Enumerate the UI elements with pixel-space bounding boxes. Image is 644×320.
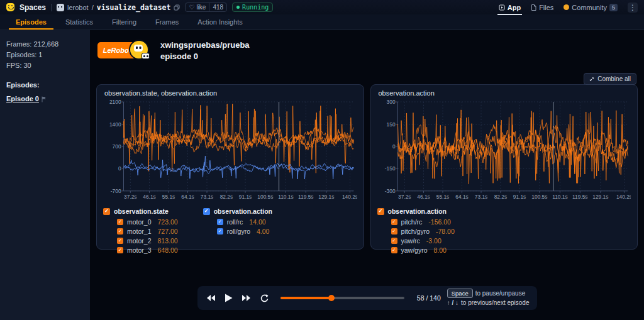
pause-hint: to pause/unpause [475, 289, 526, 298]
play-button[interactable] [223, 292, 234, 304]
chart-legend: ✓ observation.state ✓ motor_0 723.00 [103, 207, 357, 255]
svg-text:700: 700 [113, 143, 121, 150]
like-widget[interactable]: ♡like 418 [185, 3, 227, 12]
time-series-plot[interactable]: 210014007000-70037.2s46.1s55.1s64.1s73.1… [103, 98, 357, 205]
running-status-badge[interactable]: Running [232, 3, 273, 12]
svg-text:0: 0 [118, 165, 121, 172]
group-checkbox[interactable]: ✓ [103, 208, 110, 215]
lerobot-logo: LeRobot [97, 39, 155, 63]
series-checkbox[interactable]: ✓ [217, 228, 223, 234]
svg-text:-300: -300 [384, 188, 395, 194]
fast-forward-button[interactable] [240, 293, 252, 303]
nav-app[interactable]: App [499, 1, 521, 14]
slider-thumb[interactable] [328, 295, 335, 301]
svg-text:46.1s: 46.1s [417, 194, 430, 200]
legend-group-observation-action: ✓ observation.action ✓ roll/rc 14.00 [203, 207, 272, 255]
series-value: 727.00 [158, 228, 178, 235]
episodes-heading: Episodes: [6, 80, 84, 91]
nav-community[interactable]: Community 5 [564, 1, 618, 14]
copy-icon[interactable] [174, 4, 180, 11]
huggingface-logo-icon [6, 3, 14, 11]
top-header: Spaces lerobot/visualize_dataset ♡like 4… [0, 0, 644, 14]
charts-row: observation.state, observation.action 21… [96, 84, 638, 250]
series-checkbox[interactable]: ✓ [117, 228, 123, 234]
legend-item: ✓ pitch/rc -156.00 [391, 217, 455, 226]
space-key-badge: Space [447, 289, 473, 298]
series-checkbox[interactable]: ✓ [391, 247, 397, 253]
org-link[interactable]: lerobot [67, 4, 89, 11]
svg-text:37.2s: 37.2s [398, 194, 411, 200]
header-divider [51, 4, 52, 11]
fps-stat: FPS: 30 [6, 60, 84, 71]
legend-group-observation-action: ✓ observation.action ✓ pitch/rc -156.00 [377, 207, 455, 255]
series-checkbox[interactable]: ✓ [391, 219, 397, 225]
legend-item: ✓ roll/rc 14.00 [217, 217, 272, 226]
svg-text:82.2s: 82.2s [494, 194, 506, 200]
legend-item: ✓ roll/gyro 4.00 [217, 226, 272, 236]
legend-item: ✓ yaw/gyro 8.00 [391, 245, 455, 255]
svg-text:119.5s: 119.5s [572, 194, 587, 200]
svg-text:150: 150 [386, 121, 395, 127]
svg-text:300: 300 [386, 99, 395, 105]
player-bar: 58 / 140 Space to pause/unpause ↑ / ↓ to… [197, 286, 537, 310]
svg-text:-700: -700 [111, 188, 121, 194]
series-checkbox[interactable]: ✓ [117, 238, 123, 244]
svg-text:55.1s: 55.1s [162, 194, 175, 200]
series-value: 648.00 [158, 246, 178, 254]
loop-button[interactable] [258, 292, 270, 304]
repo-breadcrumb: lerobot/visualize_dataset [57, 3, 180, 12]
sidebar-item-episode-0[interactable]: Episode 0 [6, 94, 84, 104]
like-label: like [196, 3, 206, 11]
files-icon [531, 4, 536, 11]
episode-nav-hint: to previous/next episode [461, 298, 529, 307]
lerobot-robot-face-small-icon [142, 53, 150, 59]
group-checkbox[interactable]: ✓ [377, 208, 384, 215]
svg-text:91.1s: 91.1s [239, 194, 252, 200]
series-value: 14.00 [249, 218, 265, 226]
progress-slider[interactable] [280, 295, 404, 301]
slider-fill [280, 297, 332, 299]
legend-item: ✓ pitch/gyro -78.00 [391, 226, 455, 236]
repo-link[interactable]: visualize_dataset [97, 3, 171, 12]
svg-text:37.2s: 37.2s [124, 194, 136, 200]
tab-action-insights[interactable]: Action Insights [188, 14, 252, 30]
like-count[interactable]: 418 [209, 3, 226, 11]
tab-bar: Episodes Statistics Filtering Frames Act… [0, 14, 644, 30]
legend-item: ✓ motor_1 727.00 [117, 226, 178, 236]
play-icon [225, 294, 233, 302]
running-dot-icon [236, 6, 240, 9]
series-value: -78.00 [436, 228, 455, 235]
tab-statistics[interactable]: Statistics [56, 14, 103, 30]
path-separator: / [92, 4, 94, 11]
frames-stat: Frames: 212,668 [6, 39, 84, 50]
tab-episodes[interactable]: Episodes [6, 14, 56, 30]
group-checkbox[interactable]: ✓ [203, 208, 210, 215]
tab-frames[interactable]: Frames [146, 14, 188, 30]
series-checkbox[interactable]: ✓ [217, 219, 223, 225]
series-value: 8.00 [434, 246, 447, 254]
series-checkbox[interactable]: ✓ [117, 219, 123, 225]
svg-text:55.1s: 55.1s [436, 194, 448, 200]
series-checkbox[interactable]: ✓ [391, 238, 397, 244]
nav-files[interactable]: Files [531, 1, 553, 14]
series-checkbox[interactable]: ✓ [117, 247, 123, 253]
spaces-brand-link[interactable]: Spaces [19, 3, 46, 12]
series-checkbox[interactable]: ✓ [391, 228, 397, 234]
chart-title: observation.action [379, 89, 631, 97]
lerobot-avatar-icon [57, 4, 64, 11]
tab-filtering[interactable]: Filtering [103, 14, 146, 30]
overflow-menu-button[interactable]: ⋮ [628, 3, 638, 13]
series-value: 813.00 [158, 237, 178, 245]
rewind-button[interactable] [205, 293, 217, 303]
chart-panel-state-action: observation.state, observation.action 21… [96, 84, 364, 250]
chart-title: observation.state, observation.action [104, 89, 357, 97]
dataset-title[interactable]: xwingspruebas/prueba [160, 40, 250, 51]
combine-icon [589, 77, 594, 82]
frame-counter: 58 / 140 [417, 294, 441, 302]
svg-text:73.1s: 73.1s [201, 194, 213, 200]
combine-all-button[interactable]: Combine all [584, 73, 636, 85]
time-series-plot[interactable]: 3001500-150-30037.2s46.1s55.1s64.1s73.1s… [377, 98, 631, 205]
dataset-header: LeRobot xwingspruebas/prueba episode 0 [97, 39, 638, 63]
svg-text:46.1s: 46.1s [143, 194, 155, 200]
heart-icon: ♡ [189, 3, 194, 11]
